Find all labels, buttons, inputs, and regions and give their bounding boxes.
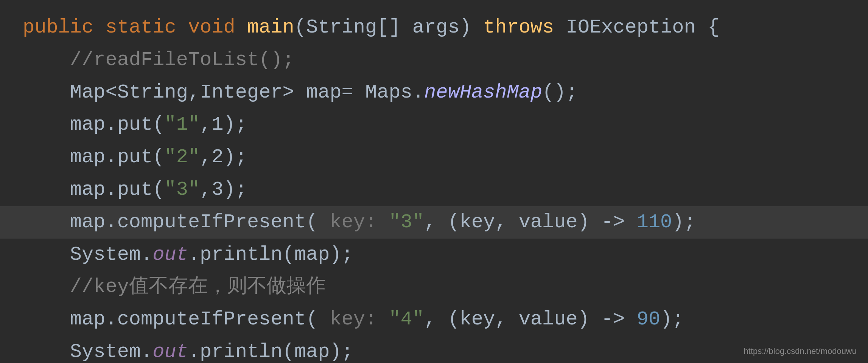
token-plain: ,3); (200, 174, 247, 206)
token-plain: > map= (283, 76, 365, 109)
token-comment: //key值不存在，则不做操作 (70, 271, 326, 303)
token-plain: .println(map); (188, 239, 353, 271)
watermark: https://blog.csdn.net/modouwu (744, 346, 857, 356)
token-plain: ( (294, 11, 306, 44)
token-string: "3" (389, 206, 424, 239)
code-line: map.computeIfPresent( key: "3", (key, va… (0, 206, 868, 239)
token-indent2 (23, 44, 70, 76)
token-plain: < (105, 76, 117, 109)
token-number: 110 (637, 206, 672, 239)
code-line: //readFileToList(); (23, 44, 845, 76)
token-indent2 (23, 336, 70, 363)
code-line: public static void main(String[] args) t… (23, 11, 845, 44)
token-plain: map.computeIfPresent( (70, 303, 330, 336)
code-line: System.out.println(map); (23, 336, 845, 363)
token-indent2 (23, 109, 70, 141)
token-type: Map (70, 76, 106, 109)
token-method: main (247, 11, 294, 44)
token-string: "1" (164, 109, 200, 141)
code-line: map.put("1",1); (23, 109, 845, 141)
token-string: "2" (164, 141, 200, 174)
code-line: System.out.println(map); (23, 239, 845, 271)
token-plain: , (key, value) -> (424, 303, 637, 336)
token-indent2 (23, 76, 70, 109)
token-plain: (); (542, 76, 578, 109)
code-line: Map<String,Integer> map= Maps.newHashMap… (23, 76, 845, 109)
token-plain: ); (672, 206, 695, 239)
token-string: "3" (164, 174, 200, 206)
token-indent2 (23, 206, 70, 239)
token-plain: [] args) (377, 11, 483, 44)
token-keyword: void (188, 11, 247, 44)
token-plain: ,1); (200, 109, 247, 141)
code-line: map.put("3",3); (23, 174, 845, 206)
token-italic-field: out (152, 239, 188, 271)
token-plain: ); (660, 303, 684, 336)
token-string: "4" (389, 303, 424, 336)
token-indent2 (23, 303, 70, 336)
token-type: String (117, 76, 188, 109)
token-plain: map.put( (70, 174, 165, 206)
token-plain: System. (70, 336, 152, 363)
code-lines: public static void main(String[] args) t… (23, 11, 845, 363)
token-indent2 (23, 271, 70, 303)
token-type: Integer (200, 76, 282, 109)
token-number: 90 (637, 303, 660, 336)
token-plain: Maps. (365, 76, 424, 109)
token-plain: map.put( (70, 109, 165, 141)
token-plain: , (key, value) -> (424, 206, 637, 239)
token-indent2 (23, 141, 70, 174)
token-throws-word: throws (483, 11, 566, 44)
token-comment: //readFileToList(); (70, 44, 294, 76)
token-plain: map.put( (70, 141, 165, 174)
token-keyword: static (105, 11, 188, 44)
code-editor: public static void main(String[] args) t… (0, 0, 868, 363)
token-param-hint: key: (330, 206, 389, 239)
code-line: map.put("2",2); (23, 141, 845, 174)
token-italic-method: newHashMap (424, 76, 542, 109)
token-plain: System. (70, 239, 152, 271)
token-plain: IOException { (566, 11, 719, 44)
token-indent2 (23, 239, 70, 271)
token-plain: map.computeIfPresent( (70, 206, 330, 239)
token-plain: .println(map); (188, 336, 353, 363)
code-line: map.computeIfPresent( key: "4", (key, va… (23, 303, 845, 336)
code-line: //key值不存在，则不做操作 (23, 271, 845, 303)
token-plain: ,2); (200, 141, 247, 174)
token-param-hint: key: (330, 303, 389, 336)
token-italic-field: out (152, 336, 188, 363)
token-type: String (306, 11, 377, 44)
token-plain: , (188, 76, 200, 109)
token-keyword: public (23, 11, 105, 44)
token-indent2 (23, 174, 70, 206)
